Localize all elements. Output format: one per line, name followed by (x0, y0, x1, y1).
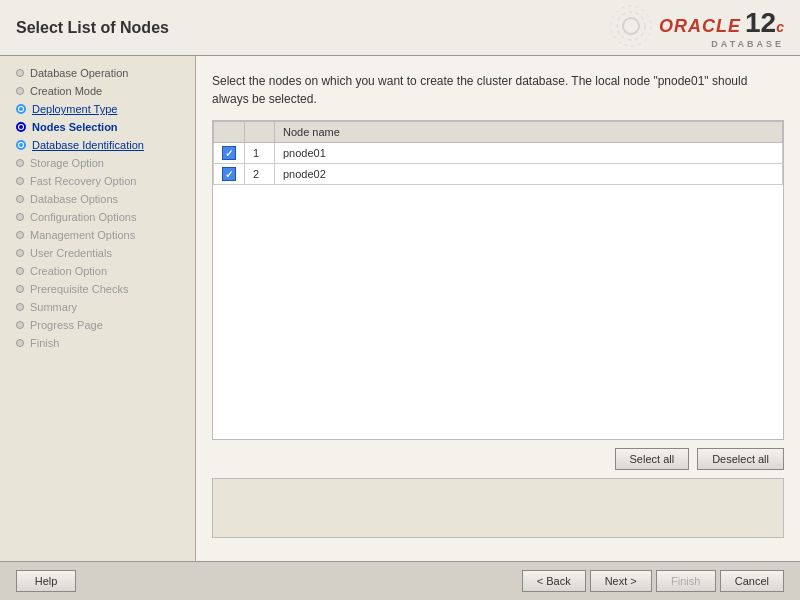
step-dot-9 (16, 231, 24, 239)
row-num-1: 2 (245, 164, 275, 185)
sidebar-item-creation-option: Creation Option (0, 262, 195, 280)
step-dot-12 (16, 285, 24, 293)
node-checkbox-0[interactable] (222, 146, 236, 160)
step-dot-7 (16, 195, 24, 203)
gear-icon (607, 2, 655, 53)
sidebar-item-label: Progress Page (30, 319, 103, 331)
sidebar-item-label: Configuration Options (30, 211, 136, 223)
sidebar-item-creation-mode[interactable]: Creation Mode (0, 82, 195, 100)
sidebar-item-configuration-options: Configuration Options (0, 208, 195, 226)
content-area: Select the nodes on which you want to cr… (196, 56, 800, 561)
sidebar-item-database-operation[interactable]: Database Operation (0, 64, 195, 82)
node-name-1: pnode02 (275, 164, 783, 185)
version-sup: c (776, 19, 784, 35)
sidebar-item-label: Prerequisite Checks (30, 283, 128, 295)
nav-buttons: < Back Next > Finish Cancel (522, 570, 784, 592)
db-label: DATABASE (711, 39, 784, 49)
sidebar-item-nodes-selection[interactable]: Nodes Selection (0, 118, 195, 136)
info-box (212, 478, 784, 538)
checkbox-col-header (214, 122, 245, 143)
oracle-logo: ORACLE 12 c DATABASE (607, 2, 784, 53)
table-row[interactable]: 1pnode01 (214, 143, 783, 164)
node-name-0: pnode01 (275, 143, 783, 164)
help-button[interactable]: Help (16, 570, 76, 592)
sidebar: Database OperationCreation ModeDeploymen… (0, 56, 196, 561)
sidebar-item-storage-option: Storage Option (0, 154, 195, 172)
sidebar-item-database-options: Database Options (0, 190, 195, 208)
next-button[interactable]: Next > (590, 570, 652, 592)
nodes-table: Node name 1pnode012pnode02 (213, 121, 783, 185)
sidebar-item-fast-recovery-option: Fast Recovery Option (0, 172, 195, 190)
step-dot-4 (16, 140, 26, 150)
step-dot-8 (16, 213, 24, 221)
sidebar-item-label: Fast Recovery Option (30, 175, 136, 187)
row-num-0: 1 (245, 143, 275, 164)
step-dot-14 (16, 321, 24, 329)
step-dot-11 (16, 267, 24, 275)
sidebar-item-label: Database Options (30, 193, 118, 205)
step-dot-15 (16, 339, 24, 347)
svg-point-0 (623, 18, 639, 34)
sidebar-item-prerequisite-checks: Prerequisite Checks (0, 280, 195, 298)
step-dot-0 (16, 69, 24, 77)
version-number: 12 (745, 7, 776, 39)
sidebar-item-label: Storage Option (30, 157, 104, 169)
sidebar-item-database-identification[interactable]: Database Identification (0, 136, 195, 154)
step-dot-5 (16, 159, 24, 167)
sidebar-item-label: Creation Option (30, 265, 107, 277)
oracle-brand: ORACLE (659, 16, 741, 37)
table-button-row: Select all Deselect all (212, 448, 784, 470)
sidebar-item-label: Creation Mode (30, 85, 102, 97)
sidebar-item-label: Finish (30, 337, 59, 349)
node-checkbox-1[interactable] (222, 167, 236, 181)
cancel-button[interactable]: Cancel (720, 570, 784, 592)
header: Select List of Nodes ORACLE 12 c DATABAS… (0, 0, 800, 56)
sidebar-item-label: Database Operation (30, 67, 128, 79)
table-row[interactable]: 2pnode02 (214, 164, 783, 185)
num-col-header (245, 122, 275, 143)
description: Select the nodes on which you want to cr… (212, 72, 784, 108)
sidebar-item-label: Management Options (30, 229, 135, 241)
sidebar-item-summary: Summary (0, 298, 195, 316)
step-dot-3 (16, 122, 26, 132)
row-checkbox-cell-0[interactable] (214, 143, 245, 164)
sidebar-item-management-options: Management Options (0, 226, 195, 244)
row-checkbox-cell-1[interactable] (214, 164, 245, 185)
deselect-all-button[interactable]: Deselect all (697, 448, 784, 470)
sidebar-item-finish: Finish (0, 334, 195, 352)
sidebar-item-label: Deployment Type (32, 103, 117, 115)
main-content: Database OperationCreation ModeDeploymen… (0, 56, 800, 561)
sidebar-item-user-credentials: User Credentials (0, 244, 195, 262)
sidebar-item-label: Summary (30, 301, 77, 313)
step-dot-1 (16, 87, 24, 95)
node-name-col-header: Node name (275, 122, 783, 143)
sidebar-item-label: Database Identification (32, 139, 144, 151)
select-all-button[interactable]: Select all (615, 448, 690, 470)
bottom-bar: Help < Back Next > Finish Cancel (0, 561, 800, 600)
step-dot-6 (16, 177, 24, 185)
nodes-table-container: Node name 1pnode012pnode02 (212, 120, 784, 440)
svg-point-1 (617, 12, 645, 40)
sidebar-item-deployment-type[interactable]: Deployment Type (0, 100, 195, 118)
sidebar-item-label: Nodes Selection (32, 121, 118, 133)
sidebar-item-progress-page: Progress Page (0, 316, 195, 334)
step-dot-10 (16, 249, 24, 257)
back-button[interactable]: < Back (522, 570, 586, 592)
step-dot-2 (16, 104, 26, 114)
sidebar-item-label: User Credentials (30, 247, 112, 259)
step-dot-13 (16, 303, 24, 311)
finish-button[interactable]: Finish (656, 570, 716, 592)
page-title: Select List of Nodes (16, 19, 169, 37)
